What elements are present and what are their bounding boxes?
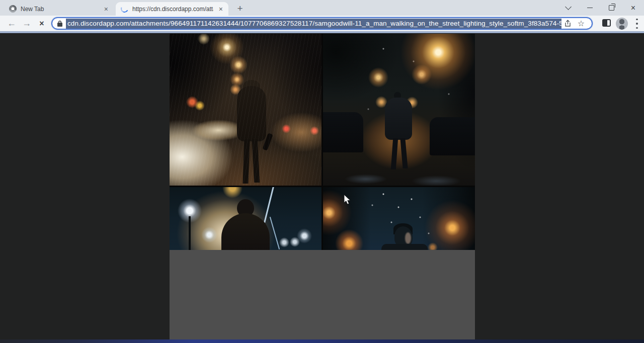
profile-avatar[interactable] [616,18,628,30]
figure-leg [400,138,408,168]
forward-button[interactable]: → [19,16,34,31]
attachment-image[interactable] [170,34,475,339]
tab-close-icon[interactable]: × [217,5,224,13]
windows-taskbar-sliver [0,339,644,343]
tab-strip: New Tab × https://cdn.discordapp.com/att… [0,0,644,16]
tab-title: New Tab [21,6,99,13]
lock-icon [57,20,63,27]
image-quadrant-top-left [170,34,321,186]
lightning-streak [270,217,280,249]
side-panel-icon[interactable] [602,19,611,27]
tab-new-tab[interactable]: New Tab × [4,2,114,16]
figure-hood [221,213,270,250]
figure-leg [252,139,260,183]
address-bar[interactable]: cdn.discordapp.com/attachments/966491171… [51,17,593,30]
parked-car [323,112,363,152]
tab-close-icon[interactable]: × [103,5,110,13]
figure-umbrella [262,133,273,150]
stop-loading-button[interactable]: × [34,16,49,31]
chevron-down-icon [565,4,572,10]
new-tab-button[interactable]: + [233,3,247,15]
loading-spinner-icon [120,4,129,14]
image-quadrant-bottom-left [170,187,321,250]
page-viewport [0,33,644,343]
url-text-container[interactable]: cdn.discordapp.com/attachments/966491171… [66,19,561,29]
close-icon: × [631,4,635,12]
menu-dots-icon[interactable] [636,19,638,29]
lightning-streak [264,187,274,223]
figure-hood [243,80,260,93]
window-close-button[interactable]: × [622,0,644,16]
chrome-logo-icon [9,5,17,13]
window-minimize-button[interactable] [579,0,601,16]
image-loading-placeholder [170,250,475,339]
bookmark-star-button[interactable]: ☆ [575,18,588,29]
figure-leg [391,138,398,169]
image-quadrant-top-right [323,34,475,186]
url-selected-text[interactable]: cdn.discordapp.com/attachments/966491171… [66,19,561,29]
browser-window: New Tab × https://cdn.discordapp.com/att… [0,0,644,343]
mouse-cursor [344,194,352,205]
share-button[interactable] [561,18,575,29]
lamp-pole [189,216,191,250]
parked-car [430,117,475,155]
back-button[interactable]: ← [4,16,19,31]
browser-toolbar: ← → × cdn.discordapp.com/attachments/966… [0,16,644,31]
figure-torso [385,98,412,140]
window-restore-button[interactable] [601,0,622,16]
figure-face-highlight [405,232,411,244]
figure-shoulders [381,244,428,250]
tab-discord-cdn[interactable]: https://cdn.discordapp.com/atta × [116,2,228,16]
tab-title: https://cdn.discordapp.com/atta [132,6,213,13]
restore-icon [609,5,614,11]
figure-leg [243,139,250,184]
window-chevron-down-button[interactable] [557,0,579,16]
figure-torso [237,86,266,141]
minimize-icon [587,8,593,9]
window-controls: × [557,0,644,16]
